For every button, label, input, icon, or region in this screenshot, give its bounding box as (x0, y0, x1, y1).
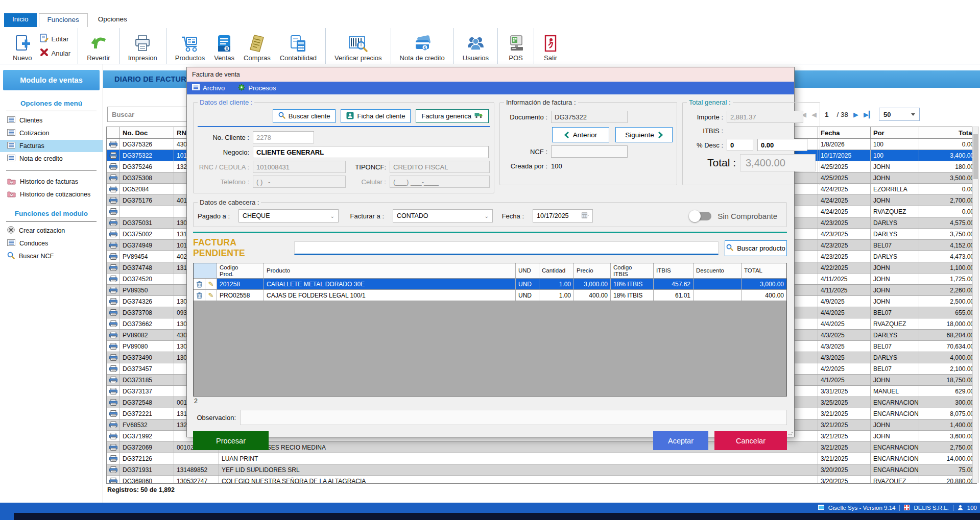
editar-button[interactable]: Editar (40, 34, 71, 44)
printer-icon[interactable] (107, 285, 120, 295)
factura-generica-button[interactable]: Factura generica (416, 109, 489, 123)
printer-icon[interactable] (107, 296, 120, 307)
printer-icon[interactable] (107, 386, 120, 397)
nota-credito-button[interactable]: $ Nota de credito (395, 28, 449, 64)
tab-opciones[interactable]: Opciones (90, 13, 135, 27)
salir-button[interactable]: Salir (538, 28, 563, 64)
printer-icon[interactable] (107, 341, 120, 352)
nuevo-button[interactable]: Nuevo (8, 28, 37, 64)
impresion-button[interactable]: Impresion (124, 28, 162, 64)
delete-icon[interactable] (194, 279, 205, 289)
printer-icon[interactable] (107, 229, 120, 239)
pagado-a-select[interactable]: CHEQUE ⌄ (238, 209, 339, 222)
verificar-precios-button[interactable]: Verificar precios (330, 28, 386, 64)
por-cell: DARLYS (871, 229, 919, 239)
printer-icon[interactable] (107, 397, 120, 408)
printer-icon[interactable] (107, 195, 120, 206)
printer-icon[interactable] (107, 184, 120, 194)
productos-button[interactable]: Productos (171, 28, 210, 64)
page-size-select[interactable]: 50 (879, 108, 920, 121)
printer-icon[interactable] (107, 274, 120, 284)
product-row[interactable]: ✎201258CABALLETE METAL DORADO 30EUND1.00… (194, 279, 786, 290)
printer-icon[interactable] (107, 453, 120, 464)
printer-icon[interactable] (107, 442, 120, 453)
ficha-cliente-button[interactable]: Ficha del cliente (341, 109, 411, 123)
sidebar-item-nota-credito[interactable]: Nota de credito (0, 153, 103, 165)
vertical-scrollbar[interactable] (972, 127, 979, 483)
printer-icon[interactable] (107, 206, 120, 217)
resize-grip-icon[interactable] (788, 431, 793, 436)
doc-cell: DG372548 (120, 397, 174, 408)
sidebar-item-cotizacion[interactable]: Cotizacion (0, 127, 103, 139)
printer-icon[interactable] (107, 150, 120, 161)
desc-val-field[interactable] (757, 139, 807, 151)
printer-icon[interactable] (107, 251, 120, 262)
contabilidad-button[interactable]: Contabilidad (275, 28, 321, 64)
printer-icon[interactable] (107, 419, 120, 430)
col-por[interactable]: Por (871, 127, 919, 138)
product-search-input[interactable] (294, 241, 719, 255)
desc-pct-field[interactable] (727, 139, 753, 151)
printer-icon[interactable] (107, 352, 120, 363)
printer-icon[interactable] (107, 431, 120, 441)
ventas-button[interactable]: $ Ventas (209, 28, 239, 64)
printer-icon[interactable] (107, 476, 120, 484)
sidebar-item-buscar-ncf[interactable]: Buscar NCF (0, 250, 103, 262)
tab-funciones[interactable]: Funciones (39, 13, 88, 27)
menu-archivo[interactable]: Archivo (192, 84, 225, 92)
printer-icon[interactable] (107, 330, 120, 340)
fecha-datepicker[interactable]: 10/17/2025 (533, 209, 593, 222)
printer-icon[interactable] (107, 240, 120, 251)
pos-button[interactable]: POS (502, 28, 530, 64)
sidebar-item-conduces[interactable]: Conduces (0, 237, 103, 250)
printer-icon[interactable] (107, 139, 120, 150)
printer-icon[interactable] (107, 161, 120, 172)
no-cliente-field[interactable] (253, 131, 314, 143)
buscar-producto-button[interactable]: Buscar producto (725, 240, 787, 256)
sidebar-item-crear-cotizacion[interactable]: Crear cotizacion (0, 225, 103, 237)
printer-icon[interactable] (107, 172, 120, 183)
invoice-row[interactable]: DG372126LUAN PRINT3/21/2025ENCARNACION14… (107, 453, 976, 464)
delete-icon[interactable] (194, 290, 205, 301)
sidebar-item-facturas[interactable]: Facturas (0, 140, 103, 152)
tab-inicio[interactable]: Inicio (4, 13, 37, 27)
product-row[interactable]: ✎PRO02558CAJAS DE FOLDERS LEGAL 100/1UND… (194, 290, 786, 301)
col-no-doc[interactable]: No. Doc (120, 127, 174, 138)
printer-icon[interactable] (107, 318, 120, 329)
col-total[interactable]: Total (919, 127, 976, 138)
ncf-field[interactable] (551, 145, 628, 158)
invoice-row[interactable]: DG371931131489852YEF LID SUPLIDORES SRL3… (107, 464, 976, 476)
facturar-a-select[interactable]: CONTADO ⌄ (393, 209, 493, 222)
printer-icon[interactable] (107, 408, 120, 419)
usuarios-button[interactable]: Usuarios (458, 28, 493, 64)
edit-pencil-icon[interactable]: ✎ (205, 279, 217, 289)
printer-icon[interactable] (107, 262, 120, 273)
printer-icon[interactable] (107, 217, 120, 228)
sin-comprobante-toggle[interactable] (690, 212, 711, 220)
sidebar-item-historico-facturas[interactable]: Historico de facturas (0, 176, 103, 188)
edit-pencil-icon[interactable]: ✎ (205, 290, 217, 301)
last-page-icon[interactable]: ▶▎ (864, 111, 874, 118)
sidebar-item-clientes[interactable]: Clientes (0, 114, 103, 127)
col-fecha[interactable]: Fecha (818, 127, 871, 138)
printer-icon[interactable] (107, 464, 120, 475)
printer-icon[interactable] (107, 375, 120, 385)
invoice-row[interactable]: DG369860130532747COLEGIO NUESTRA SEÑORA … (107, 476, 976, 484)
menu-procesos[interactable]: Procesos (238, 84, 276, 92)
buscar-cliente-button[interactable]: Buscar cliente (273, 109, 336, 123)
printer-icon[interactable] (107, 307, 120, 318)
procesar-button[interactable]: Procesar (193, 431, 269, 450)
anular-button[interactable]: Anular (40, 48, 71, 58)
next-page-icon[interactable]: ▶ (853, 111, 858, 118)
revertir-button[interactable]: Revertir (82, 28, 115, 64)
sidebar-item-historico-cotizaciones[interactable]: Historico de cotizaciones (0, 188, 103, 201)
aceptar-button[interactable]: Aceptar (653, 431, 708, 450)
negocio-field[interactable] (253, 146, 489, 158)
scrollbar-thumb[interactable] (973, 134, 978, 179)
observacion-field[interactable] (240, 410, 787, 425)
anterior-button[interactable]: Anterior (552, 127, 609, 142)
cancelar-button[interactable]: Cancelar (714, 431, 787, 450)
siguiente-button[interactable]: Siguiente (615, 127, 673, 142)
printer-icon[interactable] (107, 363, 120, 374)
compras-button[interactable]: Compras (239, 28, 275, 64)
